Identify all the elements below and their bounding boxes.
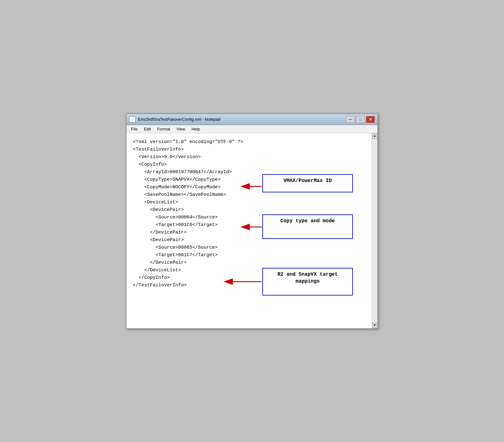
- app-icon: 📄: [129, 116, 135, 123]
- scroll-down-button[interactable]: ▼: [372, 323, 378, 328]
- xml-line: <TestFailoverInfo>: [133, 146, 365, 153]
- menu-view[interactable]: View: [173, 126, 189, 132]
- window-controls: — □ ✕: [346, 116, 375, 123]
- minimize-button[interactable]: —: [346, 116, 355, 123]
- xml-line: <CopyInfo>: [133, 161, 365, 169]
- xml-line: <Target>001C7</Target>: [133, 251, 365, 259]
- xml-line: </DeviceList>: [133, 267, 365, 274]
- content-area: <?xml version="1.0" encoding="UTF-8" ?><…: [127, 133, 377, 328]
- window-title: EmcSrdfSraTestFailoverConfig.xml - Notep…: [138, 117, 220, 122]
- xml-line: <SavePoolName></SavePoolName>: [133, 191, 365, 199]
- xml-line: <Source>00065</Source>: [133, 244, 365, 251]
- notepad-window: 📄 EmcSrdfSraTestFailoverConfig.xml - Not…: [126, 113, 378, 329]
- xml-line: </CopyInfo>: [133, 274, 365, 282]
- menu-help[interactable]: Help: [188, 126, 203, 132]
- xml-line: <Version>9.0</Version>: [133, 153, 365, 161]
- xml-line: </DevicePair>: [133, 229, 365, 236]
- menu-bar: File Edit Format View Help: [127, 125, 377, 133]
- title-bar-left: 📄 EmcSrdfSraTestFailoverConfig.xml - Not…: [129, 116, 220, 123]
- xml-line: <DevicePair>: [133, 236, 365, 244]
- maximize-button[interactable]: □: [356, 116, 365, 123]
- xml-line: <Target>001C6</Target>: [133, 221, 365, 229]
- xml-line: <ArrayId>000197700047</ArrayId>: [133, 169, 365, 176]
- menu-edit[interactable]: Edit: [141, 126, 154, 132]
- xml-line: <CopyMode>NOCOPY</CopyMode>: [133, 184, 365, 191]
- scrollbar[interactable]: ▲ ▼: [372, 133, 377, 328]
- title-bar: 📄 EmcSrdfSraTestFailoverConfig.xml - Not…: [127, 114, 377, 125]
- xml-line: <DeviceList>: [133, 199, 365, 206]
- menu-file[interactable]: File: [128, 126, 141, 132]
- scroll-up-button[interactable]: ▲: [372, 133, 378, 139]
- xml-line: <?xml version="1.0" encoding="UTF-8" ?>: [133, 138, 365, 146]
- close-button[interactable]: ✕: [366, 116, 375, 123]
- scroll-track[interactable]: [372, 139, 377, 323]
- xml-editor[interactable]: <?xml version="1.0" encoding="UTF-8" ?><…: [127, 133, 372, 328]
- xml-line: <Source>00064</Source>: [133, 214, 365, 221]
- xml-line: </DevicePair>: [133, 259, 365, 267]
- xml-line: <DevicePair>: [133, 206, 365, 214]
- xml-line: <CopyType>SNAPVX</CopyType>: [133, 176, 365, 184]
- menu-format[interactable]: Format: [154, 126, 173, 132]
- xml-line: </TestFailoverInfo>: [133, 282, 365, 289]
